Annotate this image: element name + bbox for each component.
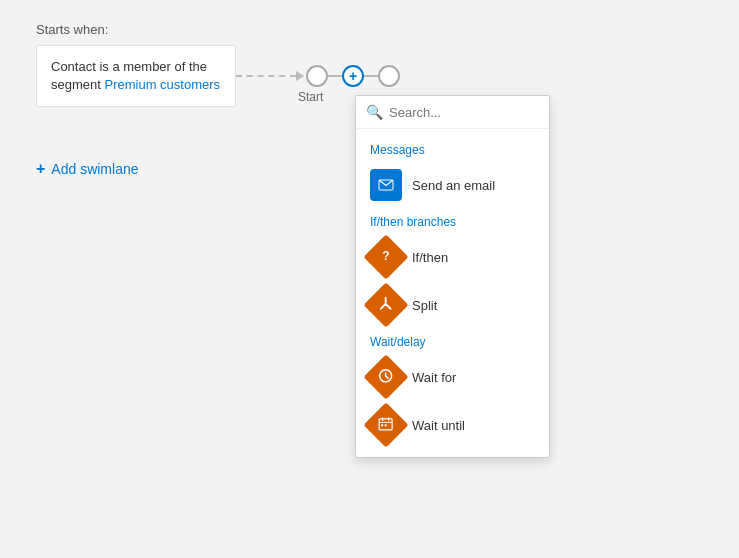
item-label-wait-for: Wait for — [412, 370, 456, 385]
add-swimlane-button[interactable]: + Add swimlane — [36, 160, 139, 178]
dashed-line — [236, 75, 296, 77]
svg-rect-4 — [382, 424, 384, 426]
add-swimlane-label: Add swimlane — [51, 161, 138, 177]
item-icon-if-then: ? — [363, 234, 408, 279]
start-label: Start — [298, 90, 323, 104]
node-add[interactable]: + — [342, 65, 364, 87]
trigger-card: Contact is a member of the segment Premi… — [36, 45, 236, 107]
svg-rect-5 — [385, 424, 387, 426]
search-icon: 🔍 — [366, 104, 383, 120]
svg-text:?: ? — [383, 249, 390, 263]
item-label-wait-until: Wait until — [412, 418, 465, 433]
plus-icon: + — [36, 160, 45, 178]
connector-area: + — [236, 65, 400, 87]
svg-rect-3 — [380, 419, 393, 430]
search-bar: 🔍 — [356, 96, 549, 129]
panel-item-wait-for[interactable]: Wait for — [356, 353, 549, 401]
arrow-head — [296, 71, 304, 81]
panel-item-split[interactable]: Split — [356, 281, 549, 329]
search-input[interactable] — [389, 105, 539, 120]
segment-link[interactable]: Premium customers — [104, 77, 220, 92]
action-dropdown-panel: 🔍 Messages Send an emailIf/then branches… — [355, 95, 550, 458]
panel-content: Messages Send an emailIf/then branches?I… — [356, 129, 549, 457]
section-label-messages: Messages — [356, 137, 549, 161]
panel-item-if-then[interactable]: ?If/then — [356, 233, 549, 281]
short-line-1 — [328, 75, 342, 77]
item-icon-wait-for — [363, 354, 408, 399]
item-icon-split — [363, 282, 408, 327]
starts-when-label: Starts when: — [36, 22, 108, 37]
item-icon-wait-until — [363, 402, 408, 447]
item-label-split: Split — [412, 298, 437, 313]
item-label-if-then: If/then — [412, 250, 448, 265]
short-line-2 — [364, 75, 378, 77]
item-label-send-email: Send an email — [412, 178, 495, 193]
section-label-wait-delay: Wait/delay — [356, 329, 549, 353]
node-start[interactable] — [306, 65, 328, 87]
item-icon-send-email — [370, 169, 402, 201]
panel-item-wait-until[interactable]: Wait until — [356, 401, 549, 449]
panel-item-send-email[interactable]: Send an email — [356, 161, 549, 209]
node-end[interactable] — [378, 65, 400, 87]
section-label-if-then-branches: If/then branches — [356, 209, 549, 233]
